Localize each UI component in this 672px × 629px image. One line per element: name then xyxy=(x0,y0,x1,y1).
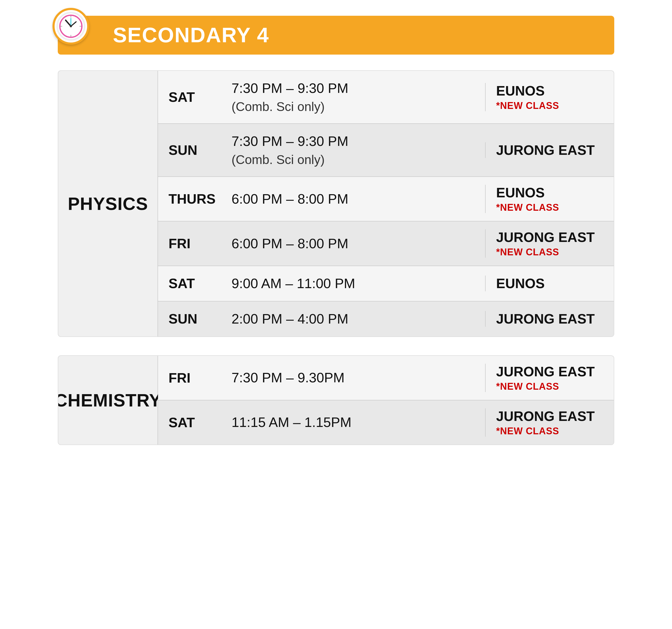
location-name: EUNOS xyxy=(496,185,603,200)
subject-label-cell-1: CHEMISTRY xyxy=(58,356,158,444)
time-cell: 2:00 PM – 4:00 PM xyxy=(221,309,485,329)
table-row: SUN7:30 PM – 9:30 PM(Comb. Sci only)JURO… xyxy=(158,124,614,177)
new-class-badge: *NEW CLASS xyxy=(496,426,603,437)
time-cell: 11:15 AM – 1.15PM xyxy=(221,413,485,432)
day-cell: THURS xyxy=(169,191,221,207)
page-title: SECONDARY 4 xyxy=(113,23,269,47)
subject-table-physics: PHYSICSSAT7:30 PM – 9:30 PM(Comb. Sci on… xyxy=(58,70,614,337)
day-cell: SUN xyxy=(169,142,221,158)
location-cell: JURONG EAST xyxy=(485,142,603,158)
day-cell: SUN xyxy=(169,311,221,327)
page-wrapper: SECONDARY 4 PHYSICSSAT7:30 PM – 9:30 PM(… xyxy=(47,5,625,474)
table-row: SAT7:30 PM – 9:30 PM(Comb. Sci only)EUNO… xyxy=(158,71,614,124)
location-name: JURONG EAST xyxy=(496,408,603,424)
day-cell: FRI xyxy=(169,370,221,386)
location-name: JURONG EAST xyxy=(496,311,603,327)
location-name: JURONG EAST xyxy=(496,364,603,380)
time-cell: 7:30 PM – 9:30 PM(Comb. Sci only) xyxy=(221,132,485,168)
tables-container: PHYSICSSAT7:30 PM – 9:30 PM(Comb. Sci on… xyxy=(58,70,614,445)
time-cell: 9:00 AM – 11:00 PM xyxy=(221,274,485,293)
location-cell: JURONG EAST*NEW CLASS xyxy=(485,364,603,392)
table-row: FRI6:00 PM – 8:00 PMJURONG EAST*NEW CLAS… xyxy=(158,221,614,266)
time-cell: 7:30 PM – 9:30 PM(Comb. Sci only) xyxy=(221,79,485,116)
time-cell: 6:00 PM – 8:00 PM xyxy=(221,190,485,209)
location-cell: JURONG EAST xyxy=(485,311,603,327)
day-cell: SAT xyxy=(169,415,221,430)
subject-label-cell-0: PHYSICS xyxy=(58,71,158,336)
subject-table-chemistry: CHEMISTRYFRI7:30 PM – 9.30PMJURONG EAST*… xyxy=(58,355,614,445)
time-note: (Comb. Sci only) xyxy=(232,151,475,168)
location-name: EUNOS xyxy=(496,275,603,291)
time-note: (Comb. Sci only) xyxy=(232,98,475,116)
location-cell: JURONG EAST*NEW CLASS xyxy=(485,408,603,437)
table-row: SAT11:15 AM – 1.15PMJURONG EAST*NEW CLAS… xyxy=(158,401,614,444)
rows-container-0: SAT7:30 PM – 9:30 PM(Comb. Sci only)EUNO… xyxy=(158,71,614,336)
location-cell: EUNOS*NEW CLASS xyxy=(485,185,603,213)
subject-label-1: CHEMISTRY xyxy=(58,390,161,410)
clock-icon-wrapper xyxy=(52,8,89,45)
table-row: SAT9:00 AM – 11:00 PMEUNOS xyxy=(158,266,614,301)
time-cell: 7:30 PM – 9.30PM xyxy=(221,368,485,387)
location-name: JURONG EAST xyxy=(496,142,603,158)
svg-point-4 xyxy=(70,25,72,27)
location-name: EUNOS xyxy=(496,83,603,99)
new-class-badge: *NEW CLASS xyxy=(496,100,603,111)
new-class-badge: *NEW CLASS xyxy=(496,202,603,213)
time-cell: 6:00 PM – 8:00 PM xyxy=(221,234,485,253)
table-row: THURS6:00 PM – 8:00 PMEUNOS*NEW CLASS xyxy=(158,177,614,221)
day-cell: FRI xyxy=(169,236,221,251)
subject-label-0: PHYSICS xyxy=(68,193,148,214)
clock-icon xyxy=(59,15,83,38)
day-cell: SAT xyxy=(169,89,221,105)
new-class-badge: *NEW CLASS xyxy=(496,247,603,258)
table-row: SUN2:00 PM – 4:00 PMJURONG EAST xyxy=(158,301,614,336)
new-class-badge: *NEW CLASS xyxy=(496,381,603,392)
location-cell: JURONG EAST*NEW CLASS xyxy=(485,229,603,258)
location-cell: EUNOS xyxy=(485,275,603,291)
location-cell: EUNOS*NEW CLASS xyxy=(485,83,603,111)
header-bar: SECONDARY 4 xyxy=(58,16,614,54)
table-row: FRI7:30 PM – 9.30PMJURONG EAST*NEW CLASS xyxy=(158,356,614,401)
day-cell: SAT xyxy=(169,275,221,291)
clock-face xyxy=(56,12,85,41)
location-name: JURONG EAST xyxy=(496,229,603,245)
rows-container-1: FRI7:30 PM – 9.30PMJURONG EAST*NEW CLASS… xyxy=(158,356,614,444)
